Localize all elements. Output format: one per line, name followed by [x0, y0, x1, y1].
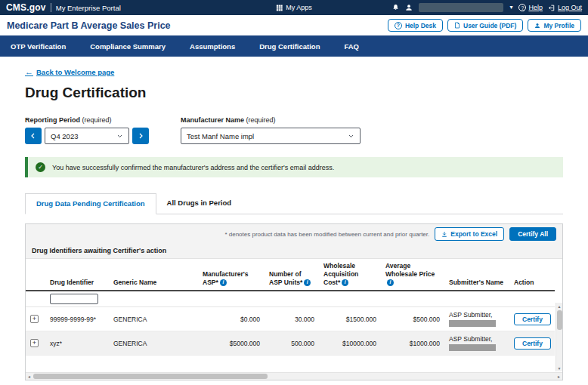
manufacturer-select[interactable]: Test Manf Name impl	[181, 128, 361, 144]
vertical-scrollbar-thumb[interactable]	[557, 310, 562, 330]
notifications-bell-icon[interactable]	[392, 4, 399, 11]
vertical-scrollbar[interactable]: ▲ ▼	[556, 303, 562, 371]
filter-cell	[198, 291, 265, 307]
certify-button[interactable]: Certify	[514, 337, 551, 350]
column-header-drug-identifier[interactable]: Drug Identifier	[45, 259, 109, 291]
expander-column-header	[26, 259, 45, 291]
cell-wholesale-acquisition-cost: $1500.000	[319, 307, 381, 331]
help-desk-button[interactable]: ? Help Desk	[388, 19, 443, 32]
apps-grid-icon	[276, 5, 283, 11]
reporting-period-value: Q4 2023	[51, 132, 78, 140]
certify-all-button[interactable]: Certify All	[509, 227, 556, 241]
nav-item-faq[interactable]: FAQ	[344, 42, 359, 51]
main-nav: OTP Verification Compliance Summary Assu…	[0, 35, 588, 57]
scroll-down-arrow[interactable]: ▼	[556, 365, 562, 371]
filter-cell-empty	[26, 291, 45, 307]
expand-row-button[interactable]: +	[30, 315, 39, 323]
nav-item-drug-certification[interactable]: Drug Certification	[259, 42, 320, 51]
average-wholesale-price-label: Average Wholesale Price	[385, 262, 435, 278]
manufacturer-required-text: (required)	[246, 116, 276, 124]
column-header-average-wholesale-price[interactable]: Average Wholesale Pricei	[381, 259, 444, 291]
next-period-button[interactable]	[132, 128, 149, 144]
filter-cell	[381, 291, 444, 307]
column-header-wholesale-acquisition-cost[interactable]: Wholesale Acquisition Cost*i	[319, 259, 381, 291]
filter-form: Reporting Period (required) Q4 2023	[25, 116, 563, 144]
info-icon[interactable]: i	[304, 279, 311, 286]
table-row: + xyz* GENERICA $5000.000 500.000 $10000…	[26, 331, 555, 356]
scroll-up-arrow[interactable]: ▲	[556, 303, 562, 310]
cms-logo[interactable]: CMS.gov	[6, 2, 46, 13]
my-profile-label: My Profile	[543, 22, 574, 29]
nav-item-otp-verification[interactable]: OTP Verification	[11, 42, 66, 51]
app-header: Medicare Part B Average Sales Price ? He…	[0, 15, 588, 35]
my-apps-menu[interactable]: My Apps	[276, 4, 312, 11]
expand-row-button[interactable]: +	[30, 339, 39, 347]
help-desk-question-icon: ?	[395, 22, 402, 29]
app-title: Medicare Part B Average Sales Price	[7, 20, 171, 31]
column-header-number-of-asp-units[interactable]: Number of ASP Units*i	[265, 259, 319, 291]
filter-cell	[109, 291, 198, 307]
user-guide-button[interactable]: User Guide (PDF)	[447, 19, 523, 32]
back-arrow-icon: ←	[25, 67, 33, 76]
chevron-down-icon	[116, 133, 123, 139]
filter-cell-drug-identifier	[45, 291, 109, 307]
logout-icon	[549, 5, 556, 11]
horizontal-scrollbar[interactable]: ◄ ►	[26, 372, 562, 380]
drug-identifier-filter-input[interactable]	[50, 294, 98, 304]
help-desk-label: Help Desk	[405, 22, 436, 29]
user-avatar-icon[interactable]	[405, 4, 413, 11]
reporting-period-select[interactable]: Q4 2023	[45, 128, 129, 144]
scroll-left-arrow[interactable]: ◄	[26, 373, 32, 380]
info-icon[interactable]: i	[342, 279, 348, 286]
tab-drug-data-pending-certification[interactable]: Drug Data Pending Certification	[25, 193, 156, 214]
cell-submitters-name: ASP Submitter,	[444, 307, 509, 331]
top-utility-bar: CMS.gov My Enterprise Portal My Apps ▾ ?…	[0, 0, 588, 15]
filter-cell	[444, 291, 509, 307]
table-header-row: Drug Identifier Generic Name Manufacture…	[26, 259, 555, 291]
page-content: ← Back to Welcome page Drug Certificatio…	[0, 57, 588, 380]
success-alert: ✓ You have successfully confirmed the ma…	[25, 157, 563, 177]
check-circle-icon: ✓	[36, 162, 45, 172]
help-label: Help	[528, 4, 543, 11]
reporting-period-label: Reporting Period (required)	[25, 116, 149, 124]
scroll-right-arrow[interactable]: ►	[556, 373, 562, 380]
modified-data-footnote: * denotes product data has been modified…	[224, 231, 429, 238]
info-icon[interactable]: i	[220, 279, 227, 286]
cell-generic-name: GENERICA	[109, 331, 198, 356]
my-profile-button[interactable]: My Profile	[528, 19, 581, 32]
wholesale-acquisition-cost-label: Wholesale Acquisition Cost*	[323, 262, 358, 286]
column-header-submitters-name[interactable]: Submitter's Name	[444, 259, 509, 291]
table-toolbar: * denotes product data has been modified…	[26, 224, 562, 244]
cell-average-wholesale-price: $1000.000	[381, 331, 444, 356]
help-question-icon: ?	[518, 4, 526, 11]
reporting-period-label-text: Reporting Period	[25, 116, 80, 124]
certify-button[interactable]: Certify	[514, 313, 551, 325]
filter-cell	[509, 291, 555, 307]
profile-person-icon	[534, 23, 540, 29]
cell-average-wholesale-price: $500.000	[381, 307, 444, 331]
tab-all-drugs-in-period[interactable]: All Drugs in Period	[156, 193, 243, 214]
user-guide-label: User Guide (PDF)	[463, 22, 516, 29]
nav-item-compliance-summary[interactable]: Compliance Summary	[90, 42, 166, 51]
page-title: Drug Certification	[25, 85, 563, 101]
horizontal-scrollbar-thumb[interactable]	[33, 374, 268, 379]
help-link[interactable]: ? Help	[518, 4, 543, 11]
logout-link[interactable]: Log Out	[549, 4, 582, 11]
manufacturer-value: Test Manf Name impl	[187, 132, 254, 140]
column-header-generic-name[interactable]: Generic Name	[109, 259, 198, 291]
cell-manufacturers-asp: $0.000	[198, 307, 265, 331]
redacted-submitter-name	[449, 320, 496, 327]
manufacturer-label-text: Manufacturer Name	[181, 116, 244, 124]
back-to-welcome-link[interactable]: ← Back to Welcome page	[25, 67, 114, 76]
filter-cell	[265, 291, 319, 307]
column-header-manufacturers-asp[interactable]: Manufacturer's ASP*i	[198, 259, 265, 291]
table-row: + 99999-9999-99* GENERICA $0.000 30.000 …	[26, 307, 555, 331]
certification-table-panel: * denotes product data has been modified…	[25, 223, 563, 380]
drug-certification-table: Drug Identifier Generic Name Manufacture…	[26, 259, 555, 356]
export-to-excel-button[interactable]: Export to Excel	[435, 227, 504, 241]
info-icon[interactable]: i	[387, 279, 394, 286]
reporting-period-required-text: (required)	[82, 116, 112, 124]
nav-item-assumptions[interactable]: Assumptions	[190, 42, 235, 51]
user-menu-caret-icon[interactable]: ▾	[509, 5, 512, 11]
previous-period-button[interactable]	[25, 128, 42, 144]
